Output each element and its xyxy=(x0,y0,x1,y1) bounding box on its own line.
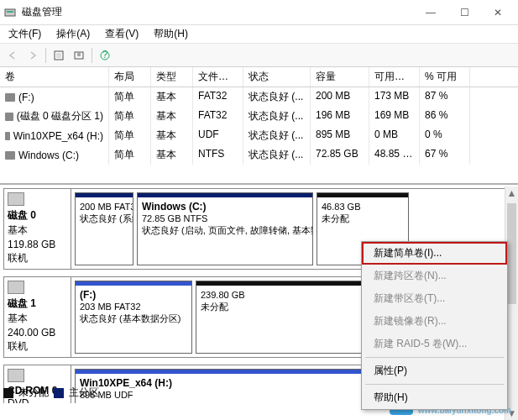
volume-icon xyxy=(5,132,10,140)
legend: 未分配 主分区 xyxy=(3,386,99,400)
forward-button[interactable] xyxy=(24,46,42,65)
col-type[interactable]: 类型 xyxy=(151,67,193,87)
partition[interactable]: Win10XPE_x64 (H:)895 MB UDF xyxy=(75,369,402,403)
menu-view[interactable]: 查看(V) xyxy=(102,25,142,43)
legend-primary-swatch xyxy=(54,388,64,398)
toolbar-separator xyxy=(92,48,92,63)
menu-action[interactable]: 操作(A) xyxy=(53,25,93,43)
menu-new-simple-volume[interactable]: 新建简单卷(I)... xyxy=(362,242,507,265)
svg-rect-3 xyxy=(56,53,61,58)
volume-row[interactable]: Win10XPE_x64 (H:)简单基本UDF状态良好 (...895 MB0… xyxy=(0,126,518,145)
app-icon xyxy=(3,6,17,19)
toolbar-separator xyxy=(45,48,46,63)
menu-new-raid5-volume: 新建 RAID-5 卷(W)... xyxy=(362,333,507,355)
menu-help[interactable]: 帮助(H) xyxy=(362,386,507,409)
toolbar: ? xyxy=(0,44,518,67)
volume-row[interactable]: (F:)简单基本FAT32状态良好 (...200 MB173 MB87 % xyxy=(0,87,518,107)
help-button[interactable]: ? xyxy=(96,46,114,65)
svg-rect-1 xyxy=(7,11,13,13)
volume-list: 卷 布局 类型 文件系统 状态 容量 可用空间 % 可用 (F:)简单基本FAT… xyxy=(0,67,518,185)
close-button[interactable]: ✕ xyxy=(481,1,515,24)
legend-primary-label: 主分区 xyxy=(69,386,99,400)
menu-separator xyxy=(365,384,504,385)
menu-new-spanned-volume: 新建跨区卷(N)... xyxy=(362,265,507,287)
volume-list-header: 卷 布局 类型 文件系统 状态 容量 可用空间 % 可用 xyxy=(0,67,518,87)
col-pctfree[interactable]: % 可用 xyxy=(420,67,470,87)
volume-row[interactable]: Windows (C:)简单基本NTFS状态良好 (...72.85 GB48.… xyxy=(0,145,518,165)
disk-info[interactable]: 磁盘 0基本119.88 GB联机 xyxy=(4,189,71,269)
window-title: 磁盘管理 xyxy=(22,5,414,19)
svg-text:?: ? xyxy=(102,50,108,60)
volume-icon xyxy=(5,151,15,160)
partition[interactable]: 200 MB FAT32状态良好 (系统, 基本 xyxy=(75,192,133,265)
scroll-thumb[interactable] xyxy=(507,203,516,304)
scroll-up-icon[interactable]: ▲ xyxy=(505,186,518,200)
volume-icon xyxy=(5,93,15,102)
menu-help[interactable]: 帮助(H) xyxy=(150,25,191,43)
back-button[interactable] xyxy=(3,46,22,65)
maximize-button[interactable]: ☐ xyxy=(447,1,481,24)
partition[interactable]: Windows (C:)72.85 GB NTFS状态良好 (启动, 页面文件,… xyxy=(137,192,313,265)
legend-unallocated-label: 未分配 xyxy=(18,386,49,400)
col-status[interactable]: 状态 xyxy=(243,67,311,87)
menu-separator xyxy=(365,357,504,358)
menu-bar: 文件(F) 操作(A) 查看(V) 帮助(H) xyxy=(0,25,518,44)
col-volume[interactable]: 卷 xyxy=(0,67,109,87)
partition[interactable]: (F:)203 MB FAT32状态良好 (基本数据分区) xyxy=(75,281,192,354)
disk-icon xyxy=(8,192,24,206)
col-capacity[interactable]: 容量 xyxy=(311,67,369,87)
col-layout[interactable]: 布局 xyxy=(109,67,151,87)
refresh-button[interactable] xyxy=(50,46,68,65)
menu-file[interactable]: 文件(F) xyxy=(5,25,44,43)
menu-properties[interactable]: 属性(P) xyxy=(362,360,507,382)
settings-button[interactable] xyxy=(70,46,88,65)
title-bar: 磁盘管理 — ☐ ✕ xyxy=(0,0,518,25)
context-menu: 新建简单卷(I)... 新建跨区卷(N)... 新建带区卷(T)... 新建镜像… xyxy=(361,241,508,410)
menu-new-striped-volume: 新建带区卷(T)... xyxy=(362,287,507,310)
minimize-button[interactable]: — xyxy=(414,1,447,24)
disk-icon xyxy=(8,281,24,294)
volume-row[interactable]: (磁盘 0 磁盘分区 1)简单基本FAT32状态良好 (...196 MB169… xyxy=(0,107,518,126)
legend-unallocated-swatch xyxy=(3,388,13,398)
disk-info[interactable]: 磁盘 1基本240.00 GB联机 xyxy=(4,277,71,357)
menu-new-mirrored-volume: 新建镜像卷(R)... xyxy=(362,310,507,333)
col-free[interactable]: 可用空间 xyxy=(369,67,420,87)
volume-icon xyxy=(5,113,13,121)
col-fs[interactable]: 文件系统 xyxy=(193,67,243,87)
disk-icon xyxy=(8,369,24,382)
